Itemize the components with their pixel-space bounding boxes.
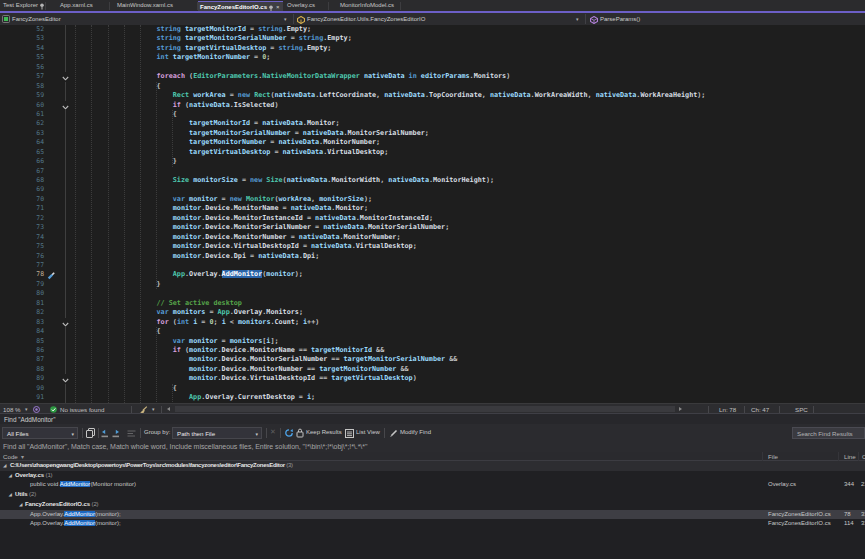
navigation-bar: FancyZonesEditor ▾ FancyZonesEditor.Util… [0,13,865,25]
line-number: 81 [0,299,44,308]
column-header-file[interactable]: File [768,453,778,460]
hscroll-right-arrow[interactable] [679,407,682,411]
code-line-81: 81 // Set active desktop [0,299,865,308]
code-line-53: 53 string targetMonitorSerialNumber = st… [0,34,865,43]
code-text: if (monitor.Device.MonitorName == target… [59,346,384,355]
find-results-toolbar: All Files ▾ Group by: Path then File ▾ [0,424,865,442]
tab-close-icon[interactable]: × [276,4,280,10]
column-header-line[interactable]: Line [844,453,856,460]
next-location-icon[interactable] [112,429,120,438]
list-view-icon[interactable] [345,429,354,438]
files-filter-dropdown[interactable]: All Files ▾ [2,427,78,439]
line-number: 78 [0,270,44,279]
document-tab-mainwindow-xaml-cs[interactable]: MainWindow.xaml.cs [110,0,198,11]
code-line-70: 70 var monitor = new Monitor(workArea, m… [0,195,865,204]
code-text: var monitor = monitors[i]; [59,337,279,346]
nav-type-dropdown[interactable]: FancyZonesEditor.Utils.FancyZonesEditorI… [307,16,425,22]
code-line-57: 57 foreach (EditorParameters.NativeMonit… [0,72,865,81]
health-status-text[interactable]: No issues found [60,406,104,413]
code-line-78: 78 App.Overlay.AddMonitor(monitor); [0,270,865,279]
refresh-icon[interactable] [284,428,294,438]
tab-label: Overlay.cs [287,2,315,8]
previous-location-icon[interactable] [101,429,109,438]
group-by-dropdown[interactable]: Path then File ▾ [172,427,262,439]
result-group-row[interactable]: ◢C:\Users\zhaopengwang\Desktop\powertoys… [0,461,865,471]
fold-collapse-chevron-icon[interactable] [61,318,70,327]
nav-project-dropdown[interactable]: FancyZonesEditor [12,16,61,22]
line-number: 57 [0,72,44,81]
code-line-72: 72 monitor.Device.MonitorInstanceId = na… [0,214,865,223]
separator [813,406,814,413]
line-number: 85 [0,337,44,346]
result-group-row[interactable]: ◢Utils (2) [0,490,865,500]
result-row[interactable]: App.Overlay.AddMonitor(monitor);FancyZon… [0,510,865,520]
modify-find-pencil-icon[interactable] [389,429,398,438]
code-line-85: 85 var monitor = monitors[i]; [0,337,865,346]
search-find-results-input[interactable]: Search Find Results [792,427,865,439]
quick-actions-screwdriver-icon[interactable] [47,271,56,280]
code-line-52: 52 string targetMonitorId = string.Empty… [0,25,865,34]
zoom-level-dropdown[interactable]: 108 % [3,406,21,413]
code-text: string targetMonitorId = string.Empty; [59,25,311,34]
keep-results-button[interactable]: Keep Results [306,429,342,435]
code-text: { [59,384,177,393]
code-text: var monitors = App.Overlay.Monitors; [59,308,303,317]
column-header-code-caret-icon[interactable]: ▾ [21,453,24,460]
clear-results-icon[interactable] [127,429,136,438]
modify-find-button[interactable]: Modify Find [400,429,431,435]
code-text: string targetVirtualDesktop = string.Emp… [59,44,331,53]
expand-collapse-triangle-icon[interactable]: ◢ [9,471,12,481]
nav-member-dropdown[interactable]: ParseParams() [600,16,640,22]
zoom-caret-icon[interactable]: ▾ [25,406,28,412]
tab-pin-icon[interactable] [39,3,45,10]
match-highlight: AddMonitor [64,511,95,517]
code-line-63: 63 targetMonitorSerialNumber = nativeDat… [0,129,865,138]
code-cleanup-caret-icon[interactable]: ▾ [152,406,155,412]
document-tab-overlay-cs[interactable]: Overlay.cs [283,0,329,11]
fold-collapse-chevron-icon[interactable] [61,374,70,383]
column-header-code[interactable]: Code [3,453,18,460]
expand-collapse-triangle-icon[interactable]: ◢ [19,500,22,510]
line-number: 86 [0,346,44,355]
keep-results-lock-icon[interactable] [296,428,304,438]
code-editor[interactable]: 52 string targetMonitorId = string.Empty… [0,25,865,403]
fold-collapse-chevron-icon[interactable] [61,101,70,110]
expand-collapse-triangle-icon[interactable]: ◢ [9,490,12,500]
document-tab-monitorinfomodel-cs[interactable]: MonitorInfoModel.cs [329,0,401,11]
nav-type-caret-icon[interactable]: ▾ [576,16,579,22]
hscroll-thumb[interactable] [175,406,675,412]
find-summary-text: Find all "AddMonitor", Match case, Match… [3,443,367,450]
line-number: 73 [0,223,44,232]
document-tab-test-explorer[interactable]: Test Explorer [0,0,46,11]
line-number: 59 [0,91,44,100]
result-group-row[interactable]: ◢FancyZonesEditorIO.cs (2) [0,500,865,510]
code-text: targetMonitorNumber = nativeData.Monitor… [59,138,380,147]
list-view-button[interactable]: List View [356,429,380,435]
document-health-icon[interactable] [33,406,40,413]
nav-separator [585,14,586,24]
line-number: 56 [0,63,44,72]
copy-icon[interactable] [86,428,95,438]
separator [131,406,132,413]
separator [82,428,83,438]
tab-label: MonitorInfoModel.cs [340,2,394,8]
document-tab-app-xaml-cs[interactable]: App.xaml.cs [46,0,110,11]
line-number: 83 [0,318,44,327]
nav-project-caret-icon[interactable]: ▾ [284,16,287,22]
line-number: 70 [0,195,44,204]
group-count: (1) [45,472,52,478]
code-line-71: 71 monitor.Device.MonitorName = nativeDa… [0,204,865,213]
code-line-84: 84 { [0,327,865,336]
line-number: 89 [0,374,44,383]
code-text: monitor.Device.Dpi = nativeData.Dpi; [59,252,319,261]
fold-collapse-chevron-icon[interactable] [61,72,70,81]
result-row[interactable]: public void AddMonitor(Monitor monitor)O… [0,480,865,490]
expand-collapse-triangle-icon[interactable]: ◢ [3,461,6,471]
result-line: 344 [844,480,854,490]
tab-label: Test Explorer [3,2,38,8]
hscroll-left-arrow[interactable] [167,407,170,411]
find-results-panel: Find "AddMonitor" All Files ▾ Group by: [0,413,865,559]
result-row[interactable]: App.Overlay.AddMonitor(monitor);FancyZon… [0,519,865,529]
caret-char-indicator: Ch: 47 [751,406,769,413]
result-group-row[interactable]: ◢Overlay.cs (1) [0,471,865,481]
